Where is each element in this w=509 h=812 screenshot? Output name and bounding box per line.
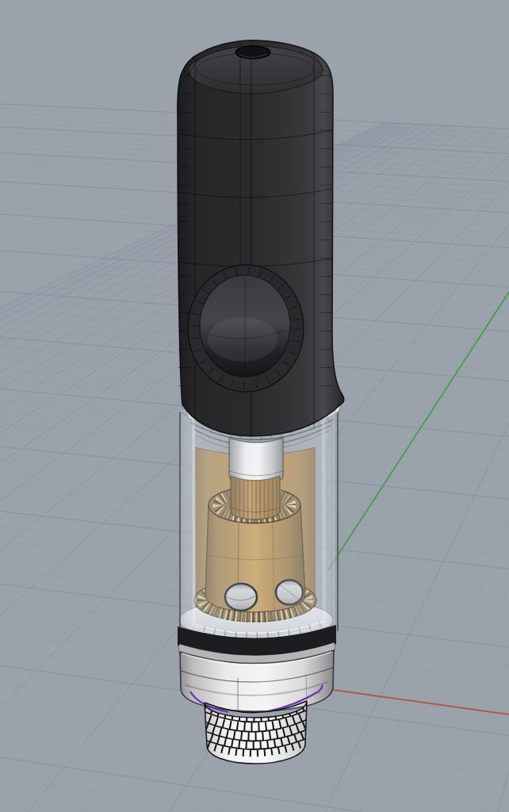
- viewport[interactable]: [0, 0, 509, 812]
- scoop-sheen: [208, 317, 277, 362]
- mouthpiece[interactable]: [178, 40, 344, 436]
- cartridge-model[interactable]: [178, 40, 344, 764]
- mouth-hole[interactable]: [235, 46, 270, 59]
- glass-tank-internals[interactable]: [179, 403, 342, 641]
- front-scoop[interactable]: [188, 265, 304, 392]
- glass-wall[interactable]: [180, 404, 338, 633]
- glass-tank[interactable]: [180, 404, 338, 633]
- glass-highlight: [193, 417, 194, 628]
- glass-highlight: [323, 416, 324, 626]
